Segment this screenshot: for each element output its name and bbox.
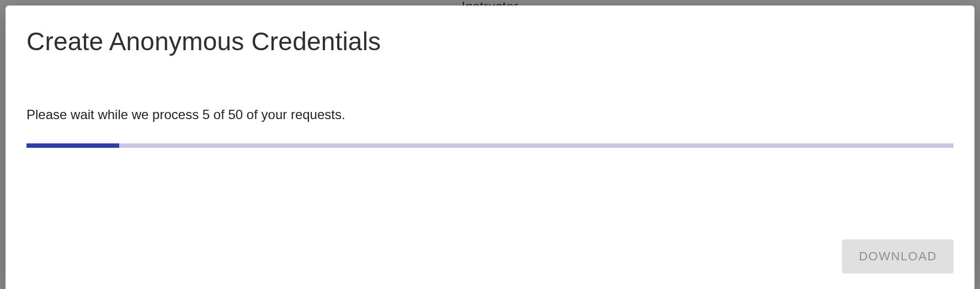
progress-bar-fill (26, 143, 119, 148)
dialog-actions: DOWNLOAD (26, 239, 954, 274)
create-credentials-dialog: Create Anonymous Credentials Please wait… (6, 6, 974, 289)
dialog-title: Create Anonymous Credentials (26, 26, 954, 56)
download-button[interactable]: DOWNLOAD (842, 239, 954, 274)
progress-bar (26, 143, 954, 148)
progress-status-text: Please wait while we process 5 of 50 of … (26, 107, 954, 122)
